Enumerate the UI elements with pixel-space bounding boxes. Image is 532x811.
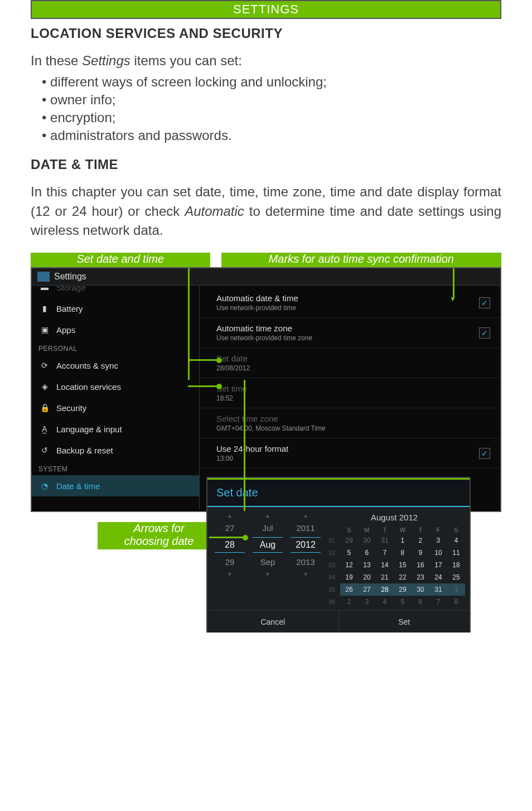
callout-line: [188, 268, 190, 380]
spinner-year[interactable]: ▲ 2011 2012 2013 ▼: [291, 513, 321, 608]
calendar-day[interactable]: 5: [394, 596, 412, 608]
callout-set-date-time: Set date and time: [31, 253, 210, 267]
calendar-day[interactable]: 4: [376, 596, 394, 608]
calendar-day[interactable]: 27: [358, 583, 376, 596]
calendar-day[interactable]: 15: [394, 559, 412, 571]
chapter-banner: SETTINGS: [31, 0, 501, 19]
calendar-day[interactable]: 24: [429, 571, 447, 583]
calendar-day[interactable]: 16: [412, 559, 429, 571]
week-number: 33: [323, 559, 340, 571]
chevron-down-icon[interactable]: ▼: [265, 571, 270, 577]
calendar-day[interactable]: 1: [447, 583, 465, 596]
sidebar-item-location-services[interactable]: ◈ Location services: [32, 376, 199, 397]
checkbox-auto-date[interactable]: ✓: [479, 297, 490, 308]
calendar-day[interactable]: 2: [340, 596, 358, 608]
row-subtitle: 28/08/2012: [216, 364, 250, 372]
calendar-week-row: 3312131415161718: [323, 559, 465, 571]
spinner-prev: 27: [225, 523, 235, 533]
calendar-day[interactable]: 26: [340, 583, 358, 596]
calendar-day[interactable]: 8: [447, 596, 465, 608]
calendar-day[interactable]: 5: [340, 547, 358, 559]
calendar-day[interactable]: 19: [340, 571, 358, 583]
sidebar-item-language-input[interactable]: A̲ Language & input: [32, 418, 199, 440]
callout-dot: [216, 358, 222, 363]
calendar-day[interactable]: 29: [340, 534, 358, 547]
calendar-day[interactable]: 7: [376, 547, 394, 559]
sidebar-item-label: Date & time: [56, 481, 100, 491]
calendar-day[interactable]: 28: [376, 583, 394, 596]
calendar-day[interactable]: 17: [429, 559, 447, 571]
cancel-button[interactable]: Cancel: [207, 611, 339, 633]
sidebar-item-date-time[interactable]: ◔ Date & time: [32, 475, 199, 496]
chevron-up-icon[interactable]: ▲: [303, 513, 308, 519]
week-number: 31: [323, 534, 340, 547]
spinner-value: 2012: [291, 537, 321, 553]
chevron-up-icon[interactable]: ▲: [265, 513, 270, 519]
calendar-day[interactable]: 18: [447, 559, 465, 571]
week-number: 36: [323, 596, 340, 608]
calendar-week-row: 312930311234: [323, 534, 465, 547]
calendar-day[interactable]: 30: [412, 583, 429, 596]
intro-paragraph: In these Settings items you can set:: [31, 51, 501, 71]
chevron-down-icon[interactable]: ▼: [303, 571, 308, 577]
sidebar-item-label: Location services: [56, 382, 121, 392]
intro-bullets: different ways of screen locking and unl…: [31, 74, 501, 143]
sidebar-item-storage[interactable]: ▬ Storage: [32, 286, 199, 298]
calendar-dow-row: S M T W T F S: [323, 525, 465, 534]
calendar-day[interactable]: 21: [376, 571, 394, 583]
calendar-day[interactable]: 10: [429, 547, 447, 559]
checkbox-auto-tz[interactable]: ✓: [479, 327, 490, 339]
sidebar-item-label: Apps: [56, 325, 75, 335]
clock-icon: ◔: [40, 481, 50, 491]
sidebar-item-apps[interactable]: ▣ Apps: [32, 319, 199, 340]
calendar-day[interactable]: 1: [394, 534, 412, 547]
settings-icon: [37, 272, 50, 282]
calendar-day[interactable]: 25: [447, 571, 465, 583]
calendar[interactable]: August 2012 S M T W T F S 31293031123432…: [323, 513, 465, 608]
calendar-day[interactable]: 31: [376, 534, 394, 547]
row-auto-time-zone[interactable]: Automatic time zone Use network-provided…: [200, 318, 500, 348]
sidebar-item-security[interactable]: 🔒 Security: [32, 397, 199, 418]
calendar-week-row: 352627282930311: [323, 583, 465, 596]
sidebar-item-label: Accounts & sync: [56, 361, 118, 370]
calendar-day[interactable]: 2: [412, 534, 429, 547]
calendar-day[interactable]: 9: [412, 547, 429, 559]
calendar-day[interactable]: 23: [412, 571, 429, 583]
intro-text-a: In these: [31, 53, 82, 68]
calendar-day[interactable]: 8: [394, 547, 412, 559]
row-auto-date-time[interactable]: Automatic date & time Use network-provid…: [200, 288, 500, 318]
callout-arrows-choosing-date: Arrows for choosing date: [98, 522, 220, 549]
settings-sidebar[interactable]: ▬ Storage ▮ Battery ▣ Apps PERSONAL ⟳ Ac: [32, 286, 200, 509]
calendar-day[interactable]: 29: [394, 583, 412, 596]
calendar-day[interactable]: 3: [358, 596, 376, 608]
calendar-day[interactable]: 3: [429, 534, 447, 547]
set-button[interactable]: Set: [339, 611, 470, 633]
calendar-day[interactable]: 11: [447, 547, 465, 559]
spinner-day[interactable]: ▲ 27 28 29 ▼: [215, 513, 245, 608]
calendar-day[interactable]: 4: [447, 534, 465, 547]
callout-dot: [216, 384, 222, 389]
calendar-day[interactable]: 6: [412, 596, 429, 608]
sidebar-item-accounts-sync[interactable]: ⟳ Accounts & sync: [32, 355, 199, 376]
checkbox-24h[interactable]: ✓: [479, 448, 490, 459]
intro-settings-word: Settings: [82, 53, 130, 68]
calendar-day[interactable]: 12: [340, 559, 358, 571]
dow: W: [394, 525, 412, 534]
calendar-day[interactable]: 31: [429, 583, 447, 596]
lock-icon: 🔒: [40, 403, 50, 413]
spinner-next: Sep: [260, 557, 275, 567]
calendar-day[interactable]: 7: [429, 596, 447, 608]
calendar-day[interactable]: 6: [358, 547, 376, 559]
calendar-day[interactable]: 20: [358, 571, 376, 583]
spinner-month[interactable]: ▲ Jul Aug Sep ▼: [253, 513, 283, 608]
sidebar-item-backup-reset[interactable]: ↺ Backup & reset: [32, 440, 199, 461]
row-set-date[interactable]: Set date 28/08/2012: [200, 348, 500, 378]
calendar-day[interactable]: 13: [358, 559, 376, 571]
calendar-day[interactable]: 22: [394, 571, 412, 583]
spinner-value: 28: [215, 537, 245, 553]
chevron-down-icon[interactable]: ▼: [227, 571, 233, 577]
calendar-day[interactable]: 14: [376, 559, 394, 571]
calendar-day[interactable]: 30: [358, 534, 376, 547]
sidebar-item-battery[interactable]: ▮ Battery: [32, 298, 199, 319]
chevron-up-icon[interactable]: ▲: [227, 513, 233, 519]
